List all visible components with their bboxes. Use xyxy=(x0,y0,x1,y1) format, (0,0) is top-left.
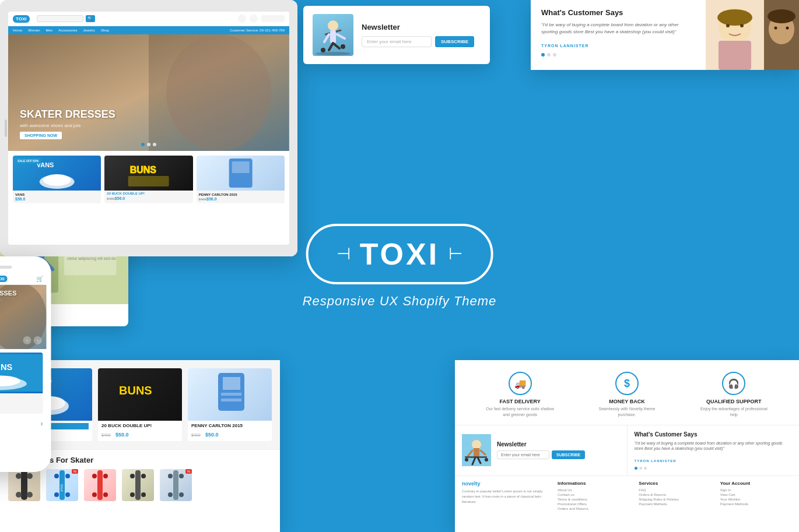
tablet-bezel: TOXI 🔍 Home Women Men Accessories xyxy=(0,0,297,256)
delivery-title: FAST DELIVERY xyxy=(485,399,555,404)
bw-customer-title: What's Customer Says xyxy=(635,431,793,438)
phone-hero-title: SKATER DRESSES xyxy=(0,290,42,297)
sk-img-5 xyxy=(160,469,192,501)
newsletter-subscribe-button[interactable]: SUBSCRIBE xyxy=(435,36,474,47)
svg-point-78 xyxy=(141,492,146,497)
svg-rect-51 xyxy=(232,161,249,173)
bp-buns-new-price: $50.0 xyxy=(115,432,129,438)
footer-link-faq[interactable]: FAQ xyxy=(639,488,710,492)
footer-link-shipping[interactable]: Shipping Rules & Policies xyxy=(639,498,710,501)
footer-link-payment[interactable]: Payment Methods xyxy=(639,502,710,506)
tablet-hero-title: SKATER DRESSES xyxy=(20,108,115,121)
tablet-product-2: BUNS 20 BUCK DOUBLE UP! $400$56.0 xyxy=(104,156,192,203)
money-title: MONEY BACK xyxy=(592,399,662,404)
tablet-product-3-image xyxy=(197,156,285,191)
bw-email-input[interactable] xyxy=(497,450,549,459)
svg-rect-49 xyxy=(128,176,169,186)
phone-hero-arrows: ‹ › xyxy=(23,336,42,344)
skateboard-4 xyxy=(122,469,154,501)
svg-line-6 xyxy=(324,34,329,42)
tablet-dot-3 xyxy=(153,143,156,146)
footer-link-promo[interactable]: Promotional Offers xyxy=(558,502,629,506)
tablet-mockup: TOXI 🔍 Home Women Men Accessories xyxy=(0,0,297,256)
phone-next-arrow[interactable]: › xyxy=(41,420,43,428)
newsletter-text-area: Newsletter Enter your email here SUBSCRI… xyxy=(362,23,474,47)
tablet-nav-jewelry: Jewelry xyxy=(83,29,95,32)
phone-product-title: VANS xyxy=(0,396,40,401)
svg-line-7 xyxy=(337,34,345,38)
sk-svg-5 xyxy=(160,469,192,501)
svg-point-80 xyxy=(141,474,146,478)
delivery-icon-circle: 🚚 xyxy=(509,372,532,395)
svg-point-0 xyxy=(316,52,351,55)
footer-link-orders[interactable]: Orders and Returns xyxy=(558,507,629,510)
logo-pill: ⊣ TOXI ⊢ xyxy=(306,224,493,284)
svg-point-84 xyxy=(168,474,173,478)
footer-link-wishlist[interactable]: Your Wishlist xyxy=(720,498,792,501)
svg-point-69 xyxy=(65,474,70,478)
footer-link-about[interactable]: About Us xyxy=(558,488,629,492)
skateboards-row: SALE % xyxy=(8,469,272,501)
dot-1 xyxy=(541,53,545,57)
tablet-product-2-badge: 20 BUCK DOUBLE UP! xyxy=(104,191,192,196)
phone-product-card: VANS VANS SALE OFF 50% VANS $400 $50.0 xyxy=(0,353,43,414)
bp-penny-title: PENNY CARLTON 2015 xyxy=(191,423,268,428)
tablet-product-2-price: $400$56.0 xyxy=(104,196,192,203)
brand-name: TOXI xyxy=(360,237,439,272)
phone-product-section: VANS VANS SALE OFF 50% VANS $400 $50.0 xyxy=(0,349,47,417)
phone-vans-svg: VANS xyxy=(0,353,43,393)
bp-buns-content: 20 BUCK DOUBLE UP! $400 $50.0 xyxy=(98,421,182,441)
bottom-widgets: Newsletter SUBSCRIBE What's Customer Say… xyxy=(455,425,799,477)
tablet-nav-acc: Accessories xyxy=(58,29,77,32)
bw-skater-svg xyxy=(462,434,491,466)
footer-link-contact[interactable]: Contact us xyxy=(558,493,629,496)
sk-svg-1 xyxy=(8,469,40,501)
svg-text:VANS: VANS xyxy=(0,362,13,372)
footer-link-orders-returns[interactable]: Orders & Returns xyxy=(639,493,710,496)
svg-point-98 xyxy=(465,458,468,461)
next-arrow[interactable]: › xyxy=(34,336,42,344)
customer-says-card-top: What's Customer Says "I'd be wary of buy… xyxy=(531,0,799,70)
bw-dot-1 xyxy=(635,467,637,470)
footer-link-signin[interactable]: Sign In xyxy=(720,488,792,492)
sale-badge-5: % xyxy=(185,469,192,474)
bw-skater-image xyxy=(462,434,491,466)
svg-point-13 xyxy=(717,9,752,26)
svg-point-82 xyxy=(168,492,173,497)
footer-link-terms[interactable]: Terms & conditions xyxy=(558,498,629,501)
phone-header: ☰ TOXI 🛒 xyxy=(0,273,47,285)
customer-says-section: What's Customer Says "I'd be wary of buy… xyxy=(531,0,706,70)
footer-col-services: Services FAQ Orders & Returns Shipping R… xyxy=(639,481,710,512)
tablet-hero: SKATER DRESSES with awesome shoes and ju… xyxy=(8,34,289,151)
bw-subscribe-button[interactable]: SUBSCRIBE xyxy=(552,450,585,459)
tablet-hero-subtitle: with awesome shoes and juts xyxy=(20,123,115,128)
sk-svg-3 xyxy=(84,469,116,501)
tablet-product-1-image: SALE OFF 50% VANS xyxy=(13,156,101,191)
tablet-hero-button[interactable]: SHOPPING NOW xyxy=(20,132,62,139)
svg-point-64 xyxy=(27,473,33,479)
tablet-product-3: PENNY CARLTON 2015 $400$56.0 xyxy=(197,156,285,203)
tablet-product-1-brand: VANS xyxy=(13,191,101,197)
bottom-right-screenshot: 🚚 FAST DELIVERY Our fast delivery servic… xyxy=(455,360,799,532)
newsletter-card-top: Newsletter Enter your email here SUBSCRI… xyxy=(303,6,490,64)
svg-point-15 xyxy=(740,24,744,27)
newsletter-email-input[interactable]: Enter your email here xyxy=(362,36,432,47)
svg-point-72 xyxy=(92,492,97,497)
feature-money: $ MONEY BACK Seamlessly with Novelty the… xyxy=(592,372,662,418)
footer-brand: novelty Contrary to popular belief Lorem… xyxy=(462,481,548,512)
prev-arrow[interactable]: ‹ xyxy=(23,336,31,344)
footer-link-payment-methods[interactable]: Payment Methods xyxy=(720,502,792,506)
bw-dot-2 xyxy=(639,467,642,470)
svg-rect-71 xyxy=(97,470,103,500)
footer-link-cart[interactable]: View Cart xyxy=(720,493,792,496)
newsletter-title: Newsletter xyxy=(362,23,474,31)
tablet-product-1: SALE OFF 50% VANS VANS $56.0 xyxy=(13,156,101,203)
bw-customer-author: TYRON LANNISTER xyxy=(635,459,677,463)
penny-bag-svg xyxy=(188,368,272,421)
tablet-search-button[interactable]: 🔍 xyxy=(86,15,95,22)
phone-cart-icon: 🛒 xyxy=(36,276,43,282)
tablet-p3-old: $400 xyxy=(199,198,206,201)
phone-hero-subtitle: Skater in 2015 #Awesome... xyxy=(0,298,42,301)
penny-svg xyxy=(197,156,285,191)
tablet-dot-1 xyxy=(141,143,145,146)
